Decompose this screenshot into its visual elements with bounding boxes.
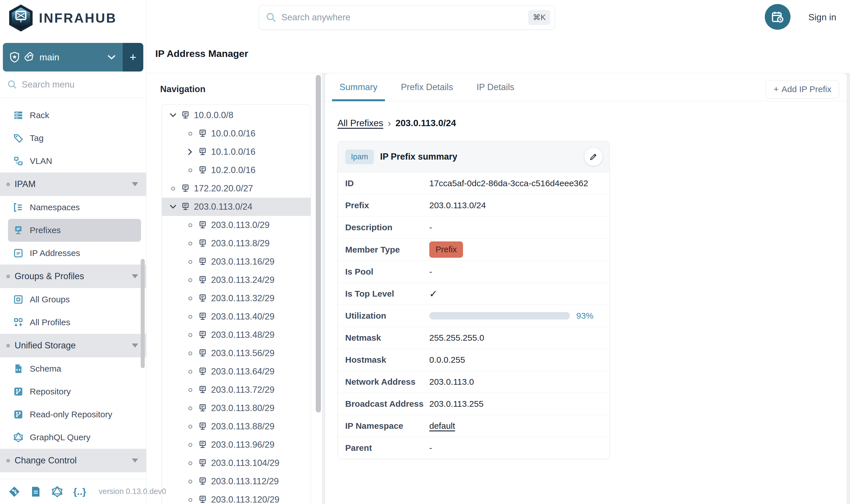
graphql-icon[interactable] <box>52 486 63 498</box>
prefix-icon: IP <box>198 239 207 248</box>
sidebar-section-unified-storage[interactable]: Unified Storage <box>0 334 146 357</box>
sidebar: INFRAHUB main + <box>0 0 146 504</box>
search-icon <box>266 12 276 23</box>
sidebar-section-ipam[interactable]: IPAM <box>0 173 146 196</box>
tree-item-label: 10.0.0.0/8 <box>194 110 233 121</box>
tree-item[interactable]: IP203.0.113.64/29 <box>162 362 311 381</box>
tree-item[interactable]: IP203.0.113.16/29 <box>162 253 311 271</box>
page-title: IP Address Manager <box>155 48 248 59</box>
chevron-down-icon[interactable] <box>169 113 177 118</box>
leaf-circle-icon <box>186 223 195 227</box>
svg-text:IP: IP <box>201 167 204 170</box>
leaf-circle-icon <box>186 370 195 374</box>
global-search[interactable]: ⌘K <box>259 5 555 30</box>
sidebar-section-change-control[interactable]: Change Control <box>0 449 146 472</box>
sidebar-item-label: Read-only Repository <box>30 410 112 419</box>
sidebar-search[interactable] <box>0 72 146 98</box>
time-travel-button[interactable] <box>765 4 791 30</box>
brand-logo[interactable]: INFRAHUB <box>0 0 146 32</box>
sidebar-footer: {..} version 0.13.0.dev0 <box>0 479 146 504</box>
tree-item[interactable]: IP203.0.113.56/29 <box>162 344 311 362</box>
tree-item[interactable]: IP 10.2.0.0/16 <box>162 161 311 179</box>
leaf-circle-icon <box>186 352 195 355</box>
tree-item[interactable]: IP203.0.113.8/29 <box>162 234 311 253</box>
tree-item[interactable]: IP 10.0.0.0/8 <box>162 106 311 124</box>
tree-item[interactable]: IP203.0.113.96/29 <box>162 436 311 454</box>
groups-icon <box>13 294 23 305</box>
namespace-link[interactable]: default <box>429 421 455 431</box>
sign-in-button[interactable]: Sign in <box>808 0 836 34</box>
leaf-circle-icon <box>186 132 195 136</box>
tab-ip-details[interactable]: IP Details <box>469 73 522 101</box>
tree-item[interactable]: IP203.0.113.32/29 <box>162 289 311 307</box>
tree-item[interactable]: IP203.0.113.72/29 <box>162 381 311 399</box>
sidebar-item-all-groups[interactable]: All Groups <box>0 288 146 311</box>
git-icon[interactable] <box>8 486 20 498</box>
add-ip-prefix-button[interactable]: + Add IP Prefix <box>766 80 839 98</box>
sidebar-item-rack[interactable]: Rack <box>0 104 146 127</box>
sidebar-section-label: Change Control <box>15 455 77 466</box>
row-hostmask: Hostmask 0.0.0.255 <box>338 349 610 371</box>
sidebar-item-namespaces[interactable]: Namespaces <box>0 196 146 219</box>
tree-item[interactable]: IP203.0.113.24/29 <box>162 271 311 289</box>
sidebar-item-ip-addresses[interactable]: IP IP Addresses <box>0 242 146 265</box>
edit-button[interactable] <box>584 148 603 166</box>
svg-text:IP: IP <box>201 130 204 134</box>
git-branch-icon <box>24 52 34 62</box>
tree-item[interactable]: IP203.0.113.104/29 <box>162 454 311 472</box>
swagger-braces-icon[interactable]: {..} <box>73 486 86 498</box>
chevron-right-icon[interactable] <box>186 148 195 156</box>
tab-summary[interactable]: Summary <box>332 73 385 101</box>
tree-item[interactable]: IP203.0.113.112/29 <box>162 472 311 490</box>
prefix-icon: IP <box>198 495 207 504</box>
sidebar-item-readonly-repository[interactable]: Read-only Repository <box>0 403 146 426</box>
tree-item[interactable]: IP203.0.113.40/29 <box>162 307 311 326</box>
sidebar-item-graphql-query[interactable]: GraphQL Query <box>0 426 146 449</box>
sidebar-search-input[interactable] <box>22 79 130 90</box>
sidebar-scrollbar[interactable] <box>141 259 145 368</box>
prefix-icon: IP <box>198 349 207 358</box>
sidebar-item-repository[interactable]: Repository <box>0 380 146 403</box>
branch-select-button[interactable]: main <box>3 43 123 72</box>
tree-item[interactable]: IP 10.1.0.0/16 <box>162 143 311 161</box>
add-branch-button[interactable]: + <box>123 43 143 72</box>
sidebar-section-groups-profiles[interactable]: Groups & Profiles <box>0 265 146 288</box>
tree-item[interactable]: IP203.0.113.80/29 <box>162 399 311 417</box>
prefix-icon: IP <box>198 275 207 285</box>
sidebar-item-prefixes[interactable]: IP Prefixes <box>8 219 141 242</box>
sidebar-item-tag[interactable]: Tag <box>0 127 146 149</box>
prefix-icon: IP <box>198 422 207 431</box>
tree-item-label: 203.0.113.24/29 <box>211 275 275 285</box>
tree-item[interactable]: IP 172.20.20.0/27 <box>162 179 311 198</box>
sidebar-item-all-profiles[interactable]: All Profiles <box>0 311 146 334</box>
docs-icon[interactable] <box>30 486 41 498</box>
breadcrumb-all-prefixes-link[interactable]: All Prefixes <box>338 118 383 128</box>
tree-item-label: 203.0.113.56/29 <box>211 348 275 358</box>
chevron-down-icon[interactable] <box>169 204 177 210</box>
sidebar-item-vlan[interactable]: VLAN <box>0 149 146 173</box>
svg-text:IP: IP <box>201 222 204 226</box>
prefix-icon: IP <box>198 385 207 394</box>
bullet-icon <box>6 459 10 463</box>
global-search-input[interactable] <box>282 12 523 23</box>
version-label: version 0.13.0.dev0 <box>99 487 166 496</box>
tree-item-selected[interactable]: IP 203.0.113.0/24 <box>162 198 311 216</box>
sidebar-item-schema[interactable]: Schema <box>0 357 146 380</box>
row-utilization: Utilization 93% <box>338 305 610 327</box>
tree-item[interactable]: IP203.0.113.0/29 <box>162 216 311 234</box>
tree-scrollbar[interactable] <box>316 75 321 412</box>
member-type-badge: Prefix <box>429 241 463 258</box>
row-is-top-level: Is Top Level ✓ <box>338 283 610 305</box>
tree-item[interactable]: IP203.0.113.88/29 <box>162 417 311 436</box>
prefix-icon: IP <box>198 367 207 376</box>
tab-prefix-details[interactable]: Prefix Details <box>394 73 461 101</box>
tree-item[interactable]: IP203.0.113.48/29 <box>162 326 311 344</box>
svg-text:IP: IP <box>201 149 204 152</box>
sidebar-item-label: GraphQL Query <box>30 432 90 442</box>
tree-item[interactable]: IP 10.0.0.0/16 <box>162 124 311 143</box>
shield-star-icon <box>10 52 19 62</box>
bullet-icon <box>6 344 10 347</box>
tree-item-label: 203.0.113.0/24 <box>194 202 253 212</box>
tree-item-label: 203.0.113.88/29 <box>211 421 275 432</box>
tree-item[interactable]: IP203.0.113.120/29 <box>162 490 311 504</box>
